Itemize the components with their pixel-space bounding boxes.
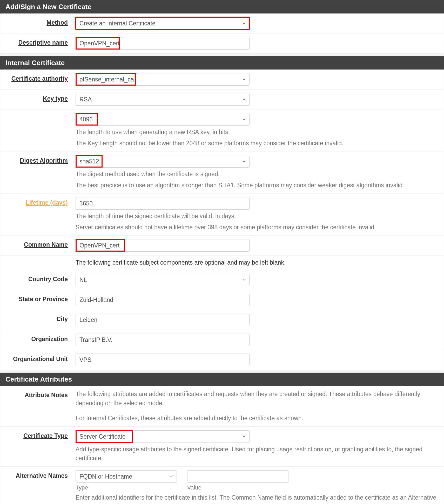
label-keytype: Key type bbox=[0, 93, 76, 102]
select-method[interactable]: Create an internal Certificate bbox=[76, 17, 250, 30]
help-certtype: Add type-specific usage attributes to th… bbox=[76, 445, 439, 463]
input-lifetime[interactable] bbox=[76, 197, 250, 210]
label-city: City bbox=[0, 314, 76, 323]
text-attrnotes2: For Internal Certificates, these attribu… bbox=[76, 414, 439, 423]
row-digest: Digest Algorithm sha512 The digest metho… bbox=[0, 151, 444, 194]
row-lifetime: Lifetime (days) The length of time the s… bbox=[0, 194, 444, 236]
label-method: Method bbox=[0, 17, 76, 26]
help-lifetime1: The length of time the signed certificat… bbox=[76, 212, 439, 221]
text-attrnotes1: The following attributes are added to ce… bbox=[76, 390, 439, 408]
label-lifetime: Lifetime (days) bbox=[26, 199, 68, 206]
help-keylen1: The length to use when generating a new … bbox=[76, 128, 439, 137]
label-country: Country Code bbox=[0, 274, 76, 283]
row-keylen: 4096 The length to use when generating a… bbox=[0, 109, 444, 151]
select-certtype[interactable]: Server Certificate bbox=[76, 430, 250, 443]
panel-header-attributes: Certificate Attributes bbox=[0, 373, 444, 386]
label-certtype: Certificate Type bbox=[0, 430, 76, 439]
input-state[interactable] bbox=[76, 294, 250, 306]
select-digest[interactable]: sha512 bbox=[76, 155, 250, 168]
sublabel-type: Type bbox=[76, 484, 177, 491]
label-state: State or Province bbox=[0, 294, 76, 303]
help-lifetime2: Server certificates should not have a li… bbox=[76, 223, 439, 232]
label-attrnotes: Attribute Notes bbox=[0, 390, 76, 399]
panel-header-internal: Internal Certificate bbox=[0, 56, 444, 70]
row-state: State or Province bbox=[0, 290, 444, 310]
label-ou: Organizational Unit bbox=[0, 354, 76, 363]
label-digest: Digest Algorithm bbox=[0, 155, 76, 164]
label-ca: Certificate authority bbox=[0, 73, 76, 82]
label-descriptive-name: Descriptive name bbox=[0, 37, 76, 46]
row-optional-note: The following certificate subject compon… bbox=[0, 256, 444, 270]
select-country[interactable]: NL bbox=[76, 274, 250, 286]
label-cn: Common Name bbox=[0, 239, 76, 248]
panel-header-add-sign: Add/Sign a New Certificate bbox=[0, 0, 444, 13]
sublabel-value: Value bbox=[187, 484, 288, 491]
select-keytype[interactable]: RSA bbox=[76, 93, 250, 106]
panel-add-sign-certificate: Add/Sign a New Certificate Method Create… bbox=[0, 0, 444, 53]
panel-certificate-attributes: Certificate Attributes Attribute Notes T… bbox=[0, 372, 444, 504]
row-attrnotes: Attribute Notes The following attributes… bbox=[0, 386, 444, 427]
input-city[interactable] bbox=[76, 314, 250, 326]
input-org[interactable] bbox=[76, 334, 250, 346]
text-optional-note: The following certificate subject compon… bbox=[76, 259, 439, 266]
row-certtype: Certificate Type Server Certificate Add … bbox=[0, 427, 444, 467]
row-altnames: Alternative Names FQDN or Hostname Type … bbox=[0, 467, 444, 504]
row-city: City bbox=[0, 310, 444, 330]
input-ou[interactable] bbox=[76, 354, 250, 366]
row-descriptive-name: Descriptive name bbox=[0, 33, 444, 53]
row-ca: Certificate authority pfSense_internal_c… bbox=[0, 70, 444, 89]
select-keylen[interactable]: 4096 bbox=[76, 113, 250, 126]
panel-internal-certificate: Internal Certificate Certificate authori… bbox=[0, 56, 444, 370]
row-country: Country Code NL bbox=[0, 270, 444, 290]
row-keytype: Key type RSA bbox=[0, 89, 444, 109]
select-altname-type[interactable]: FQDN or Hostname bbox=[76, 470, 177, 483]
input-cn[interactable] bbox=[76, 239, 250, 252]
select-ca[interactable]: pfSense_internal_ca bbox=[76, 73, 250, 86]
row-ou: Organizational Unit bbox=[0, 350, 444, 370]
help-digest2: The best practice is to use an algorithm… bbox=[76, 181, 439, 190]
input-altname-value[interactable] bbox=[187, 470, 288, 483]
input-descriptive-name[interactable] bbox=[76, 37, 250, 50]
label-keylen-empty bbox=[0, 113, 76, 115]
help-digest1: The digest method used when the certific… bbox=[76, 170, 439, 179]
help-altnames: Enter additional identifiers for the cer… bbox=[76, 493, 439, 504]
help-keylen2: The Key Length should not be lower than … bbox=[76, 139, 439, 148]
label-org: Organization bbox=[0, 334, 76, 343]
label-altnames: Alternative Names bbox=[0, 470, 76, 479]
row-org: Organization bbox=[0, 330, 444, 350]
row-cn: Common Name bbox=[0, 236, 444, 256]
row-method: Method Create an internal Certificate bbox=[0, 13, 444, 33]
